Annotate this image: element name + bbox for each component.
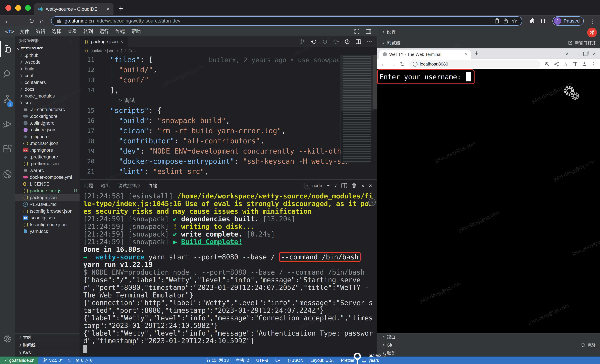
panel-tab-终端[interactable]: 终端 (148, 180, 157, 191)
indentation[interactable]: 空格: 2 (236, 358, 249, 363)
keyboard-layout[interactable]: Layout: U.S. (310, 358, 334, 363)
breadcrumb[interactable]: {} package.json › [ ] files (80, 47, 377, 55)
tree-item-yarn-lock[interactable]: yarn.lock (15, 228, 80, 235)
preview-address-bar[interactable]: i localhost:8080 (409, 60, 540, 68)
tree-item--eslintignore[interactable]: .eslintignore (15, 120, 80, 126)
git-branch-item[interactable]: v2.5.0* (43, 358, 63, 363)
source-control-icon[interactable]: 1 (0, 86, 15, 112)
reload-icon[interactable]: ↻ (29, 17, 34, 25)
preview-close-icon[interactable]: × (592, 50, 596, 57)
extensions-icon[interactable] (0, 137, 15, 162)
menu-item[interactable]: 查看 (64, 28, 80, 35)
kill-terminal-trash-icon[interactable] (351, 183, 357, 188)
codelens-label[interactable]: 调试 (124, 97, 135, 103)
git-section-row[interactable]: Git 克隆 (377, 341, 600, 349)
sidebar-section-svn[interactable]: SVN (15, 349, 80, 356)
git-clone-button[interactable]: 克隆 (581, 342, 596, 348)
preview-profile-icon[interactable] (582, 61, 587, 67)
preview-tab[interactable]: WeTTY - The Web Terminal × (379, 50, 471, 59)
preview-back-icon[interactable]: ← (380, 61, 386, 67)
preview-bookmark-icon[interactable]: ☆ (563, 61, 568, 67)
tree-item-package-lock-js-[interactable]: package-lock.js...U (15, 187, 80, 194)
terminal-output[interactable]: [21:24:58] [esinstall] /home/ide/workspa… (80, 191, 374, 356)
sidebar-section-timeline[interactable]: 时间线 (15, 341, 80, 349)
open-new-window-button[interactable]: 新窗口打开 (568, 40, 596, 46)
tree-item--vscode[interactable]: .vscode (15, 59, 80, 65)
code-line[interactable]: 12"build/", (80, 65, 377, 75)
tree-item--prettierrc-json[interactable]: .prettierrc.json (15, 160, 80, 167)
ports-section-row[interactable]: 端口 (377, 333, 600, 341)
preview-forward-icon[interactable]: → (390, 61, 396, 67)
split-editor-icon[interactable] (355, 39, 361, 45)
code-line[interactable]: 16"build": "snowpack build", (80, 116, 377, 126)
tree-item-containers[interactable]: containers (15, 79, 80, 86)
preview-dropdown-icon[interactable]: ∨ (565, 51, 569, 56)
timeline-history-icon[interactable] (344, 39, 350, 45)
browser-profile-chip[interactable]: J Paused (553, 16, 584, 26)
address-bar[interactable]: go.titanide.cn /ide/web/coding/wetty-sou… (51, 16, 522, 26)
problems-item[interactable]: ⊗ 0 △ 0 (76, 358, 93, 363)
settings-gear-icon[interactable] (0, 327, 15, 352)
split-terminal-icon[interactable] (341, 183, 347, 188)
code-line[interactable]: 11"files": [butlerx, 2 years ago • use s… (80, 55, 377, 65)
wetty-terminal[interactable]: Enter your username: (377, 69, 600, 333)
tree-item--eslintrc-json[interactable]: .eslintrc.json (15, 126, 80, 133)
code-editor[interactable]: 11"files": [butlerx, 2 years ago • use s… (80, 55, 377, 179)
panel-tab-问题[interactable]: 问题 (84, 180, 93, 191)
breadcrumb-symbol[interactable]: files (128, 48, 136, 53)
code-line[interactable]: 19"dev": "NODE_ENV=development concurren… (80, 146, 377, 156)
preview-tab-close-icon[interactable]: × (465, 52, 468, 57)
tree-item--mocharc-json[interactable]: .mocharc.json (15, 140, 80, 147)
wetty-settings-gears-icon[interactable] (561, 85, 581, 104)
bookmark-star-icon[interactable]: ☆ (512, 17, 517, 25)
code-line[interactable]: 20"docker-compose-entrypoint": "ssh-keys… (80, 156, 377, 167)
encoding[interactable]: UTF-8 (256, 358, 268, 363)
tree-item--npmignore[interactable]: .npmignore (15, 147, 80, 154)
zoom-icon[interactable] (544, 61, 550, 67)
preview-restore-icon[interactable] (583, 52, 588, 56)
browser-section-row[interactable]: 浏览器 新窗口打开 (377, 37, 600, 48)
code-line[interactable]: 21"lint": "eslint src", (80, 167, 377, 177)
new-terminal-icon[interactable]: + (326, 183, 330, 189)
menu-item[interactable]: 帮助 (128, 28, 144, 35)
cursor-position[interactable]: 行 11, 列 13 (206, 358, 229, 363)
run-debug-icon[interactable] (0, 112, 15, 137)
preview-share-icon[interactable] (554, 61, 559, 67)
maximize-panel-icon[interactable]: ∧ (361, 183, 365, 188)
code-line[interactable]: 14], (80, 85, 377, 95)
panel-tab-调试控制台[interactable]: 调试控制台 (118, 180, 140, 191)
code-line[interactable]: 17"clean": "rm -rf build yarn-error.log"… (80, 126, 377, 136)
close-window-button[interactable] (5, 5, 11, 11)
tree-item-docker-compose-yml[interactable]: docker-compose.yml (15, 174, 80, 181)
editor-tab-close-icon[interactable]: × (121, 39, 123, 44)
breadcrumb-file[interactable]: package.json (90, 48, 114, 53)
tree-item-tsconfig-browser-json[interactable]: tsconfig.browser.json (15, 208, 80, 215)
tree-item-src[interactable]: src (15, 99, 80, 106)
code-line[interactable]: 18"contributor": "all-contributors", (80, 136, 377, 146)
extensions-puzzle-icon[interactable] (529, 18, 535, 24)
tree-item-conf[interactable]: conf (15, 72, 80, 79)
tree-item--yarnrc[interactable]: .yarnrc (15, 167, 80, 174)
tab-close-icon[interactable]: × (106, 6, 109, 12)
eol[interactable]: LF (275, 358, 280, 363)
toggle-fullscreen-icon[interactable] (354, 28, 360, 35)
settings-section-row[interactable]: 设置 (377, 27, 600, 37)
share-icon[interactable] (503, 18, 509, 24)
back-icon[interactable]: ← (4, 17, 11, 25)
user-avatar[interactable]: 邓 (587, 28, 597, 37)
compare-changes-icon[interactable] (300, 39, 306, 45)
preview-minimize-icon[interactable]: — (574, 51, 578, 56)
menu-item[interactable]: 选择 (48, 28, 64, 35)
forward-icon[interactable]: → (17, 17, 23, 25)
remote-indicator[interactable]: >< go.titanide.cn (0, 356, 38, 364)
explorer-more-icon[interactable]: ⋯ (71, 38, 76, 44)
tree-item-README-md[interactable]: README.md (15, 201, 80, 208)
tree-item--all-contributorsrc[interactable]: .all-contributorsrc (15, 106, 80, 113)
menu-item[interactable]: 编辑 (32, 28, 48, 35)
codelens-debug[interactable]: ▷调试 (80, 95, 377, 105)
editor-tab-package-json[interactable]: {} package.json × (80, 37, 128, 47)
menu-item[interactable]: 终端 (112, 28, 128, 35)
panel-tab-输出[interactable]: 输出 (101, 180, 110, 191)
tree-item-docs[interactable]: docs (15, 86, 80, 93)
search-icon[interactable] (0, 61, 15, 86)
